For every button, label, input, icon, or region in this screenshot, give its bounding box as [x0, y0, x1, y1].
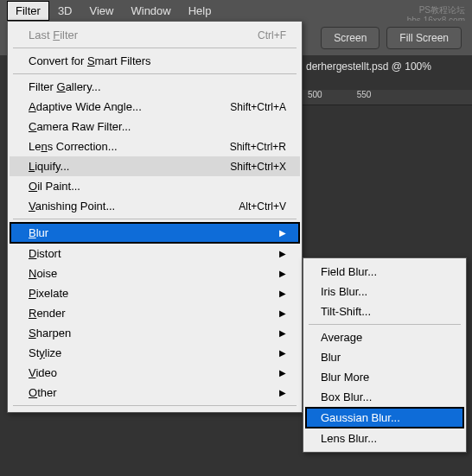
- separator: [13, 219, 297, 219]
- document-title: derhergestellt.psd @ 100%: [303, 55, 472, 78]
- submenu-average[interactable]: Average: [305, 327, 464, 347]
- menu-oil-paint[interactable]: Oil Paint...: [10, 176, 300, 196]
- fill-screen-button[interactable]: Fill Screen: [386, 27, 462, 49]
- submenu-arrow-icon: ▶: [279, 388, 286, 397]
- submenu-arrow-icon: ▶: [279, 348, 286, 358]
- menubar-3d[interactable]: 3D: [49, 1, 81, 21]
- screen-button[interactable]: Screen: [321, 27, 380, 49]
- submenu-arrow-icon: ▶: [279, 228, 286, 238]
- submenu-blur-more[interactable]: Blur More: [305, 367, 464, 387]
- menubar-window[interactable]: Window: [122, 1, 179, 21]
- menubar-help[interactable]: Help: [180, 1, 220, 21]
- separator: [13, 73, 297, 74]
- submenu-arrow-icon: ▶: [279, 289, 286, 298]
- submenu-iris-blur[interactable]: Iris Blur...: [305, 282, 464, 301]
- submenu-field-blur[interactable]: Field Blur...: [305, 262, 464, 282]
- submenu-gaussian-blur[interactable]: Gaussian Blur...: [305, 407, 464, 428]
- menu-filter-gallery[interactable]: Filter Gallery...: [10, 77, 300, 97]
- menu-convert-smart[interactable]: Convert for Smart Filters: [10, 51, 300, 71]
- menu-last-filter[interactable]: Last Filter Ctrl+F: [10, 25, 300, 45]
- separator: [13, 405, 297, 406]
- menu-video[interactable]: Video ▶: [10, 363, 300, 383]
- separator: [13, 48, 297, 48]
- submenu-arrow-icon: ▶: [279, 328, 286, 338]
- filter-dropdown: Last Filter Ctrl+F Convert for Smart Fil…: [7, 21, 303, 413]
- menubar-filter[interactable]: Filter: [7, 1, 49, 21]
- menu-stylize[interactable]: Stylize ▶: [10, 343, 300, 363]
- submenu-blur[interactable]: Blur: [305, 347, 464, 367]
- ruler: 500 550: [303, 90, 472, 105]
- menubar-view[interactable]: View: [81, 1, 123, 21]
- menu-distort[interactable]: Distort ▶: [10, 244, 300, 263]
- submenu-lens-blur[interactable]: Lens Blur...: [305, 428, 464, 448]
- menubar: Filter 3D View Window Help: [0, 0, 472, 21]
- submenu-arrow-icon: ▶: [279, 269, 286, 278]
- menu-adaptive-wide[interactable]: Adaptive Wide Angle... Shift+Ctrl+A: [10, 97, 300, 117]
- menu-sharpen[interactable]: Sharpen ▶: [10, 323, 300, 343]
- submenu-box-blur[interactable]: Box Blur...: [305, 387, 464, 407]
- submenu-arrow-icon: ▶: [279, 249, 286, 258]
- separator: [309, 324, 461, 325]
- menu-liquify[interactable]: Liquify... Shift+Ctrl+X: [10, 156, 300, 176]
- submenu-arrow-icon: ▶: [279, 308, 286, 318]
- menu-noise[interactable]: Noise ▶: [10, 263, 300, 283]
- menu-other[interactable]: Other ▶: [10, 383, 300, 403]
- menu-vanishing-point[interactable]: Vanishing Point... Alt+Ctrl+V: [10, 196, 300, 216]
- menu-lens-correction[interactable]: Lens Correction... Shift+Ctrl+R: [10, 136, 300, 156]
- menu-blur[interactable]: Blur ▶: [10, 222, 300, 244]
- menu-camera-raw[interactable]: Camera Raw Filter...: [10, 117, 300, 136]
- menu-render[interactable]: Render ▶: [10, 303, 300, 323]
- blur-submenu: Field Blur... Iris Blur... Tilt-Shift...…: [303, 257, 467, 453]
- menu-pixelate[interactable]: Pixelate ▶: [10, 283, 300, 303]
- submenu-tilt-shift[interactable]: Tilt-Shift...: [305, 301, 464, 321]
- submenu-arrow-icon: ▶: [279, 368, 286, 378]
